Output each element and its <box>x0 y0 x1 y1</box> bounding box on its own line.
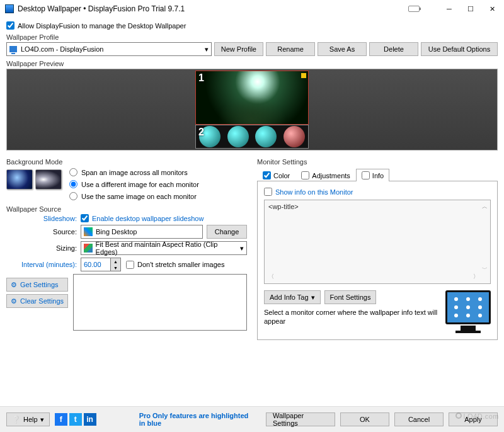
source-label: Source: <box>6 228 77 236</box>
window-title: Desktop Wallpaper • DisplayFusion Pro Tr… <box>18 4 408 13</box>
chevron-down-icon: ▾ <box>240 244 244 253</box>
delete-button[interactable]: Delete <box>369 42 418 56</box>
help-icon: ❔ <box>12 416 21 424</box>
bg-mode-same[interactable]: Use the same image on each monitor <box>69 192 199 200</box>
twitter-icon[interactable]: t <box>69 413 82 426</box>
chevron-down-icon: ▾ <box>311 293 315 302</box>
source-section-label: Wallpaper Source <box>6 205 247 213</box>
get-settings-button[interactable]: ⚙Get Settings <box>6 278 68 292</box>
bg-mode-different[interactable]: Use a different image for each monitor <box>69 180 199 188</box>
cancel-button[interactable]: Cancel <box>394 412 444 426</box>
chevron-down-icon: ▾ <box>205 45 209 54</box>
monitor-settings-label: Monitor Settings <box>257 158 498 166</box>
battery-icon <box>408 6 420 12</box>
font-settings-button[interactable]: Font Settings <box>324 290 377 304</box>
new-profile-button[interactable]: New Profile <box>214 42 263 56</box>
monitor-icon <box>9 46 17 52</box>
scroll-left-icon[interactable]: 〈 <box>268 273 274 281</box>
ok-button[interactable]: OK <box>340 412 389 426</box>
interval-spinner[interactable]: ▲▼ <box>81 258 121 271</box>
source-field: Bing Desktop <box>81 225 203 239</box>
sizing-icon <box>84 244 93 253</box>
save-as-button[interactable]: Save As <box>318 42 367 56</box>
monitor-corner-picker[interactable] <box>445 290 491 333</box>
sizing-combo[interactable]: Fit Best and maintain Aspect Ratio (Clip… <box>81 241 247 255</box>
gear-icon: ⚙ <box>11 281 17 289</box>
profile-combo[interactable]: LO4D.com - DisplayFusion ▾ <box>6 42 212 56</box>
preview-section-label: Wallpaper Preview <box>6 60 498 67</box>
apply-button[interactable]: Apply <box>449 412 498 426</box>
no-stretch-checkbox[interactable]: Don't stretch smaller images <box>126 261 224 269</box>
info-text-area[interactable]: <wp-title> ︿ ﹀ 〈 〉 <box>264 200 491 284</box>
minimize-button[interactable]: ─ <box>438 2 460 16</box>
scroll-up-icon[interactable]: ︿ <box>482 203 488 211</box>
close-button[interactable]: ✕ <box>481 2 503 16</box>
profile-section-label: Wallpaper Profile <box>6 33 498 41</box>
interval-label: Interval (minutes): <box>6 261 77 268</box>
allow-manage-label: Allow DisplayFusion to manage the Deskto… <box>18 22 186 30</box>
settings-list[interactable] <box>73 274 247 331</box>
change-source-button[interactable]: Change <box>207 225 247 239</box>
help-button[interactable]: ❔Help▾ <box>6 412 50 426</box>
sizing-label: Sizing: <box>6 244 77 252</box>
footer-bar: ❔Help▾ f t in Pro Only features are high… <box>0 406 504 432</box>
add-info-tag-button[interactable]: Add Info Tag▾ <box>264 290 321 304</box>
wallpaper-settings-button[interactable]: Wallpaper Settings <box>266 412 335 426</box>
allow-manage-checkbox[interactable]: Allow DisplayFusion to manage the Deskto… <box>6 21 186 30</box>
tab-adjustments[interactable]: Adjustments <box>295 169 356 181</box>
gear-icon: ⚙ <box>11 297 17 305</box>
wallpaper-preview[interactable]: 1 2 <box>6 69 498 151</box>
slideshow-checkbox[interactable]: Enable desktop wallpaper slideshow <box>81 214 247 222</box>
rename-button[interactable]: Rename <box>266 42 315 56</box>
slideshow-label: Slideshow: <box>6 215 77 222</box>
monitor-tabs: Color Adjustments Info <box>257 168 498 181</box>
pro-note: Pro Only features are highlighted in blu… <box>139 412 256 427</box>
use-defaults-button[interactable]: Use Default Options <box>421 42 498 56</box>
preview-monitor-1[interactable]: 1 <box>195 71 309 125</box>
clear-settings-button[interactable]: ⚙Clear Settings <box>6 294 68 308</box>
bing-icon <box>84 227 93 236</box>
maximize-button[interactable]: ☐ <box>460 2 481 16</box>
tab-color[interactable]: Color <box>257 169 295 181</box>
facebook-icon[interactable]: f <box>55 413 67 426</box>
tab-info[interactable]: Info <box>356 169 389 181</box>
app-icon <box>5 4 14 13</box>
chevron-down-icon: ▾ <box>40 416 44 424</box>
linkedin-icon[interactable]: in <box>84 413 96 426</box>
preview-monitor-2[interactable]: 2 <box>195 125 309 149</box>
show-info-checkbox[interactable]: Show info on this Monitor <box>264 188 491 196</box>
title-bar: Desktop Wallpaper • DisplayFusion Pro Tr… <box>0 0 504 18</box>
bg-mode-label: Background Mode <box>6 158 247 166</box>
dual-monitor-icon <box>6 167 62 190</box>
interval-input[interactable] <box>81 258 111 271</box>
spin-down-icon[interactable]: ▼ <box>111 264 120 271</box>
scroll-down-icon[interactable]: ﹀ <box>482 265 488 273</box>
profile-selected: LO4D.com - DisplayFusion <box>21 45 103 53</box>
scroll-right-icon[interactable]: 〉 <box>473 273 479 281</box>
bg-mode-span[interactable]: Span an image across all monitors <box>69 168 199 176</box>
corner-hint: Select a monitor corner where the wallpa… <box>264 308 438 326</box>
spin-up-icon[interactable]: ▲ <box>111 258 120 264</box>
